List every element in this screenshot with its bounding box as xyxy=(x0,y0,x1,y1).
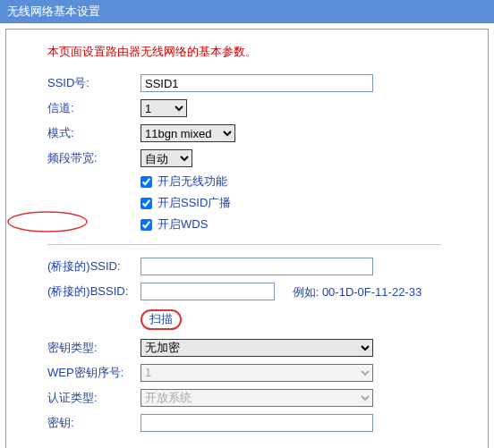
label-ssid: SSID号: xyxy=(47,75,141,91)
label-wep-idx: WEP密钥序号: xyxy=(47,365,141,381)
row-channel: 信道: 1 xyxy=(15,96,479,121)
row-scan: 扫描 xyxy=(15,304,479,335)
select-bandwidth[interactable]: 自动 xyxy=(141,149,192,167)
intro-text: 本页面设置路由器无线网络的基本参数。 xyxy=(15,38,479,71)
row-auth-type: 认证类型: 开放系统 xyxy=(15,385,479,410)
label-enable-wds: 开启WDS xyxy=(158,216,208,232)
row-mode: 模式: 11bgn mixed xyxy=(15,121,479,146)
row-wep-idx: WEP密钥序号: 1 xyxy=(15,360,479,385)
input-key[interactable] xyxy=(141,414,373,432)
label-bandwidth: 频段带宽: xyxy=(47,150,141,166)
label-channel: 信道: xyxy=(47,100,141,116)
label-mode: 模式: xyxy=(47,125,141,141)
settings-panel: 本页面设置路由器无线网络的基本参数。 SSID号: 信道: 1 模式: 11bg… xyxy=(5,29,489,448)
input-ssid[interactable] xyxy=(141,74,373,92)
bssid-hint: 例如: 00-1D-0F-11-22-33 xyxy=(293,285,422,299)
titlebar: 无线网络基本设置 xyxy=(0,0,494,23)
wds-highlight-ellipse xyxy=(6,210,96,233)
label-auth-type: 认证类型: xyxy=(47,390,141,406)
select-mode[interactable]: 11bgn mixed xyxy=(141,124,235,142)
input-bridge-ssid[interactable] xyxy=(141,258,373,275)
check-enable-wifi[interactable] xyxy=(141,176,152,188)
label-bridge-ssid: (桥接的)SSID: xyxy=(47,258,141,275)
label-enable-wifi: 开启无线功能 xyxy=(158,173,227,190)
row-bandwidth: 频段带宽: 自动 xyxy=(15,146,479,171)
select-channel[interactable]: 1 xyxy=(141,99,187,117)
input-bridge-bssid[interactable] xyxy=(141,283,275,300)
svg-point-0 xyxy=(8,212,87,232)
select-wep-idx: 1 xyxy=(141,364,373,382)
row-enable-wifi: 开启无线功能 xyxy=(15,171,479,192)
row-bridge-ssid: (桥接的)SSID: xyxy=(15,254,479,279)
separator xyxy=(47,244,441,245)
row-enable-wds: 开启WDS xyxy=(15,214,479,235)
check-enable-wds[interactable] xyxy=(141,219,152,231)
label-key: 密钥: xyxy=(47,415,141,431)
scan-button[interactable]: 扫描 xyxy=(141,309,182,330)
row-enc-type: 密钥类型: 无加密 xyxy=(15,335,479,360)
label-enc-type: 密钥类型: xyxy=(47,340,141,356)
check-ssid-broadcast[interactable] xyxy=(141,198,152,209)
title-text: 无线网络基本设置 xyxy=(7,4,100,18)
label-bridge-bssid: (桥接的)BSSID: xyxy=(47,283,141,300)
select-auth-type: 开放系统 xyxy=(141,389,373,407)
select-enc-type[interactable]: 无加密 xyxy=(141,339,373,357)
row-key: 密钥: xyxy=(15,410,479,435)
row-bridge-bssid: (桥接的)BSSID: 例如: 00-1D-0F-11-22-33 xyxy=(15,279,479,304)
row-ssid: SSID号: xyxy=(15,71,479,96)
label-ssid-broadcast: 开启SSID广播 xyxy=(158,195,231,211)
